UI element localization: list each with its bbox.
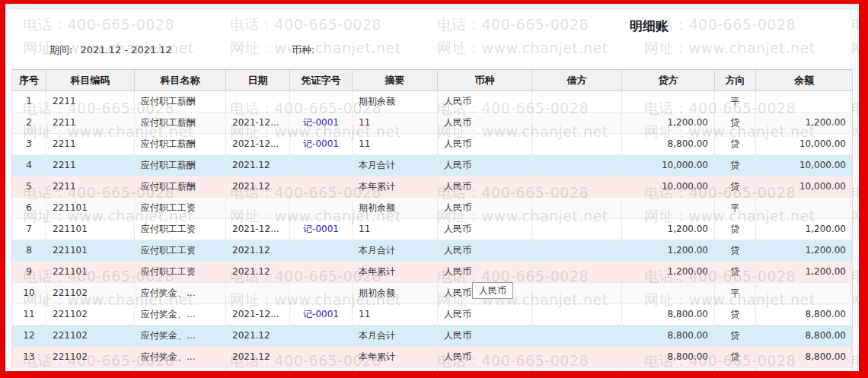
table-row[interactable]: 5 2211 应付职工薪酬 2021.12 本年累计 人民币 10,000.00… — [12, 176, 852, 198]
voucher-link[interactable]: 记-0001 — [290, 134, 353, 155]
table-row[interactable]: 12 221102 应付奖金、... 2021.12 本月合计 人民币 8,80… — [12, 326, 852, 347]
cell-seq: 6 — [12, 198, 46, 219]
cell-direction: 贷 — [715, 240, 756, 262]
cell-subject-code: 2211 — [46, 155, 135, 176]
cell-subject-code: 221101 — [46, 240, 135, 262]
cell-date: 2021-12... — [226, 113, 290, 134]
table-row[interactable]: 3 2211 应付职工薪酬 2021-12... 记-0001 11 人民币 8… — [12, 134, 852, 155]
cell-summary: 本月合计 — [353, 155, 438, 176]
cell-direction: 贷 — [715, 347, 756, 368]
cell-subject-name: 应付奖金、... — [135, 347, 226, 368]
table-row[interactable]: 2 2211 应付职工薪酬 2021-12... 记-0001 11 人民币 1… — [12, 113, 852, 134]
cell-debit — [532, 262, 622, 283]
cell-subject-name: 应付奖金、... — [135, 283, 226, 304]
cell-subject-name: 应付职工工资 — [135, 219, 226, 240]
cell-credit: 1,200.00 — [622, 240, 715, 262]
cell-currency: 人民币 — [438, 304, 532, 326]
cell-balance — [756, 283, 852, 304]
cell-balance: 8,800.00 — [756, 304, 852, 326]
voucher-link — [290, 176, 353, 198]
voucher-link[interactable]: 记-0001 — [290, 219, 353, 240]
cell-seq: 2 — [12, 113, 46, 134]
cell-debit — [532, 283, 622, 304]
cell-currency: 人民币 — [438, 347, 532, 368]
cell-subject-name: 应付职工薪酬 — [135, 134, 226, 155]
voucher-link — [290, 198, 353, 219]
cell-subject-name: 应付职工薪酬 — [135, 176, 226, 198]
watermark-text: 电话：400-665-0028网址：www.chanjet.net — [437, 17, 608, 56]
cell-balance: 10,000.00 — [756, 134, 852, 155]
cell-date — [226, 91, 290, 113]
cell-date: 2021.12 — [226, 240, 290, 262]
cell-seq: 7 — [12, 219, 46, 240]
cell-direction: 贷 — [715, 219, 756, 240]
cell-subject-code: 221102 — [46, 283, 135, 304]
table-row[interactable]: 14 — [12, 368, 852, 378]
voucher-link — [290, 262, 353, 283]
cell-credit: 10,000.00 — [622, 176, 715, 198]
cell-subject-name: 应付职工工资 — [135, 262, 226, 283]
cell-direction: 贷 — [715, 176, 756, 198]
cell-summary: 本月合计 — [353, 326, 438, 347]
cell-balance — [756, 198, 852, 219]
cell-balance: 1,200.00 — [756, 262, 852, 283]
cell-date — [226, 283, 290, 304]
cell-date: 2021.12 — [226, 176, 290, 198]
cell-credit: 8,800.00 — [622, 347, 715, 368]
cell-date: 2021.12 — [226, 326, 290, 347]
watermark-text: 电话：400-665-0028网址：www.chanjet.net — [851, 100, 868, 139]
cell-credit: 8,800.00 — [622, 326, 715, 347]
cell-debit — [532, 176, 622, 198]
table-row[interactable]: 9 221101 应付职工工资 2021.12 本年累计 人民币 1,200.0… — [12, 262, 852, 283]
cell-balance: 10,000.00 — [756, 155, 852, 176]
cell-subject-name: 应付职工薪酬 — [135, 155, 226, 176]
table-row[interactable]: 6 221101 应付职工工资 期初余额 人民币 平 — [12, 198, 852, 219]
cell-subject-code: 2211 — [46, 134, 135, 155]
voucher-link — [290, 240, 353, 262]
watermark-text: 电话：400-665-0028网址：www.chanjet.net — [851, 268, 868, 307]
cell-currency: 人民币 — [438, 155, 532, 176]
cell-credit — [622, 368, 715, 378]
period-label: 期间: — [49, 44, 72, 56]
cell-credit: 1,200.00 — [622, 113, 715, 134]
table-row[interactable]: 11 221102 应付奖金、... 2021-12... 记-0001 11 … — [12, 304, 852, 326]
cell-summary: 期初余额 — [353, 91, 438, 113]
cell-subject-code: 221101 — [46, 262, 135, 283]
cell-seq: 5 — [12, 176, 46, 198]
cell-credit: 10,000.00 — [622, 155, 715, 176]
cell-subject-code: 221102 — [46, 326, 135, 347]
cell-subject-code: 221101 — [46, 219, 135, 240]
table-body: 1 2211 应付职工薪酬 期初余额 人民币 平 2 2211 应付职工薪酬 2… — [12, 91, 852, 378]
cell-debit — [532, 326, 622, 347]
cell-date — [226, 198, 290, 219]
table-row[interactable]: 4 2211 应付职工薪酬 2021.12 本月合计 人民币 10,000.00… — [12, 155, 852, 176]
cell-subject-code: 2211 — [46, 91, 135, 113]
voucher-link — [290, 283, 353, 304]
column-header-credit: 贷方 — [622, 70, 715, 91]
period-value: 2021.12 - 2021.12 — [80, 44, 171, 56]
currency-tooltip: 人民币 — [472, 282, 513, 299]
cell-date: 2021-12... — [226, 304, 290, 326]
watermark-text: 电话：400-665-0028网址：www.chanjet.net — [644, 17, 815, 56]
table-row[interactable]: 13 221102 应付奖金、... 2021.12 本年累计 人民币 8,80… — [12, 347, 852, 368]
cell-summary: 期初余额 — [353, 283, 438, 304]
table-row[interactable]: 7 221101 应付职工工资 2021-12... 记-0001 11 人民币… — [12, 219, 852, 240]
cell-date: 2021.12 — [226, 262, 290, 283]
cell-currency: 人民币 — [438, 219, 532, 240]
cell-debit — [532, 113, 622, 134]
column-header-name: 科目名称 — [135, 70, 226, 91]
cell-subject-name: 应付职工工资 — [135, 240, 226, 262]
cell-summary: 本年累计 — [353, 347, 438, 368]
voucher-link[interactable]: 记-0001 — [290, 113, 353, 134]
voucher-link[interactable]: 记-0001 — [290, 304, 353, 326]
cell-subject-code — [46, 368, 135, 378]
table-row[interactable]: 1 2211 应付职工薪酬 期初余额 人民币 平 — [12, 91, 852, 113]
cell-balance: 10,000.00 — [756, 176, 852, 198]
cell-summary: 期初余额 — [353, 198, 438, 219]
cell-date — [226, 368, 290, 378]
cell-debit — [532, 134, 622, 155]
cell-direction: 平 — [715, 198, 756, 219]
table-row[interactable]: 8 221101 应付职工工资 2021.12 本月合计 人民币 1,200.0… — [12, 240, 852, 262]
table-row[interactable]: 10 221102 应付奖金、... 期初余额 人民币 平 — [12, 283, 852, 304]
cell-credit: 1,200.00 — [622, 219, 715, 240]
